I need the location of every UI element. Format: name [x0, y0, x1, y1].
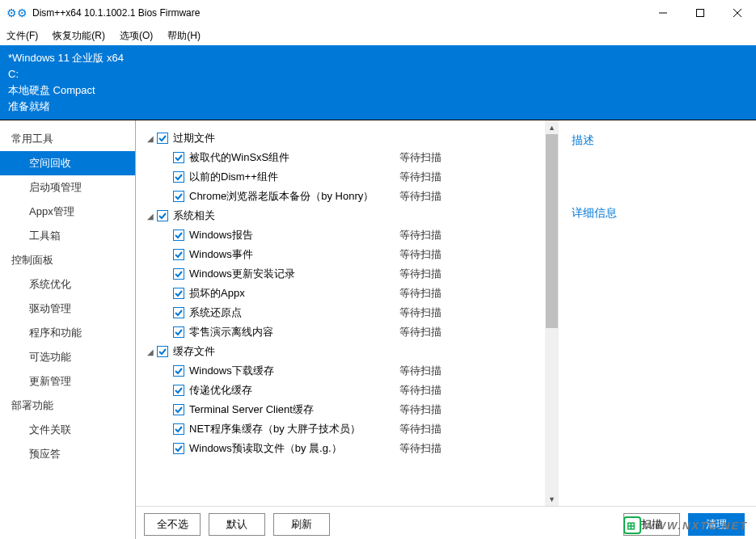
checkbox-icon[interactable] — [173, 288, 184, 299]
checkbox-icon[interactable] — [173, 423, 184, 435]
list-item[interactable]: 损坏的Appx等待扫描 — [144, 284, 545, 303]
sidebar-item[interactable]: 可选功能 — [0, 345, 135, 369]
item-label: Windows预读取文件（by 晨.g.） — [189, 441, 399, 456]
sidebar-item[interactable]: 更新管理 — [0, 369, 135, 394]
list-item[interactable]: 以前的Dism++组件等待扫描 — [144, 167, 545, 187]
list-item[interactable]: NET程序集缓存（by 大胖子技术员）等待扫描 — [144, 419, 545, 439]
close-button[interactable] — [719, 0, 756, 26]
select-none-button[interactable]: 全不选 — [144, 513, 201, 536]
list-item[interactable]: 零售演示离线内容等待扫描 — [144, 322, 545, 342]
item-label: 系统还原点 — [189, 305, 399, 320]
item-status: 等待扫描 — [399, 383, 545, 398]
item-label: NET程序集缓存（by 大胖子技术员） — [189, 422, 399, 436]
checkbox-icon[interactable] — [173, 229, 184, 241]
item-status: 等待扫描 — [399, 150, 545, 165]
list-item[interactable]: Windows更新安装记录等待扫描 — [144, 264, 545, 284]
maximize-button[interactable] — [682, 0, 719, 26]
checkbox-icon[interactable] — [173, 365, 184, 377]
list-item[interactable]: 被取代的WinSxS组件等待扫描 — [144, 148, 545, 167]
list-item[interactable]: Windows报告等待扫描 — [144, 225, 545, 245]
group-label: 过期文件 — [173, 131, 215, 145]
item-status: 等待扫描 — [399, 402, 545, 417]
menu-help[interactable]: 帮助(H) — [167, 29, 201, 43]
sidebar-header: 部署功能 — [0, 394, 135, 418]
sidebar: 常用工具空间回收启动项管理Appx管理工具箱控制面板系统优化驱动管理程序和功能可… — [0, 120, 136, 539]
banner-status: 准备就绪 — [8, 99, 748, 115]
checkbox-icon[interactable] — [157, 346, 168, 357]
checkbox-icon[interactable] — [173, 307, 184, 318]
list-item[interactable]: Terminal Server Client缓存等待扫描 — [144, 400, 545, 419]
content-pane: ◢过期文件被取代的WinSxS组件等待扫描以前的Dism++组件等待扫描Chro… — [136, 120, 756, 539]
minimize-button[interactable] — [644, 0, 682, 26]
item-label: 传递优化缓存 — [189, 383, 399, 398]
checkbox-icon[interactable] — [173, 249, 184, 260]
menu-options[interactable]: 选项(O) — [120, 29, 153, 43]
scrollbar-vertical[interactable]: ▲ ▼ — [545, 120, 559, 506]
scroll-area: ◢过期文件被取代的WinSxS组件等待扫描以前的Dism++组件等待扫描Chro… — [136, 120, 756, 506]
info-banner: *Windows 11 企业版 x64 C: 本地硬盘 Compact 准备就绪 — [0, 45, 756, 120]
group-row[interactable]: ◢缓存文件 — [144, 342, 545, 361]
list-item[interactable]: Windows预读取文件（by 晨.g.）等待扫描 — [144, 439, 545, 458]
sidebar-header: 控制面板 — [0, 248, 135, 272]
description-header: 描述 — [572, 128, 743, 153]
scrollbar-thumb[interactable] — [546, 134, 558, 328]
expand-icon[interactable]: ◢ — [144, 134, 157, 143]
item-status: 等待扫描 — [399, 170, 545, 184]
window-title: Dism++x64 10.1.1002.1 Bios Firmware — [32, 7, 644, 19]
list-item[interactable]: 传递优化缓存等待扫描 — [144, 381, 545, 400]
group-label: 缓存文件 — [173, 344, 215, 359]
watermark-icon: ⊞ — [623, 516, 641, 534]
item-label: Windows报告 — [189, 228, 399, 242]
item-label: Windows下载缓存 — [189, 364, 399, 378]
item-label: 被取代的WinSxS组件 — [189, 150, 399, 165]
expand-icon[interactable]: ◢ — [144, 212, 157, 221]
item-status: 等待扫描 — [399, 286, 545, 301]
banner-disk: 本地硬盘 Compact — [8, 82, 748, 99]
item-status: 等待扫描 — [399, 305, 545, 320]
sidebar-item[interactable]: 预应答 — [0, 442, 135, 466]
banner-drive: C: — [8, 66, 748, 82]
group-row[interactable]: ◢系统相关 — [144, 206, 545, 225]
scroll-up-arrow[interactable]: ▲ — [545, 120, 559, 134]
list-item[interactable]: Windows下载缓存等待扫描 — [144, 361, 545, 381]
detail-link[interactable]: 详细信息 — [572, 201, 743, 225]
checkbox-icon[interactable] — [173, 385, 184, 396]
list-item[interactable]: Windows事件等待扫描 — [144, 245, 545, 264]
list-item[interactable]: 系统还原点等待扫描 — [144, 303, 545, 322]
right-panel: 描述 详细信息 — [559, 120, 756, 506]
sidebar-item[interactable]: 空间回收 — [0, 151, 135, 175]
checkbox-icon[interactable] — [173, 191, 184, 202]
checkbox-icon[interactable] — [157, 133, 168, 144]
checkbox-icon[interactable] — [173, 404, 184, 415]
checkbox-icon[interactable] — [173, 268, 184, 280]
sidebar-item[interactable]: Appx管理 — [0, 200, 135, 224]
item-label: Chrome浏览器老版本备份（by Honry） — [189, 189, 399, 204]
expand-icon[interactable]: ◢ — [144, 347, 157, 356]
checkbox-icon[interactable] — [173, 326, 184, 338]
menu-file[interactable]: 文件(F) — [6, 29, 38, 43]
menu-recovery[interactable]: 恢复功能(R) — [53, 29, 105, 43]
sidebar-item[interactable]: 启动项管理 — [0, 175, 135, 200]
default-button[interactable]: 默认 — [209, 513, 265, 536]
group-row[interactable]: ◢过期文件 — [144, 128, 545, 148]
item-status: 等待扫描 — [399, 267, 545, 281]
item-status: 等待扫描 — [399, 247, 545, 262]
menubar: 文件(F) 恢复功能(R) 选项(O) 帮助(H) — [0, 26, 756, 45]
sidebar-item[interactable]: 文件关联 — [0, 418, 135, 442]
item-label: 损坏的Appx — [189, 286, 399, 301]
refresh-button[interactable]: 刷新 — [273, 513, 330, 536]
item-label: Windows事件 — [189, 247, 399, 262]
scroll-down-arrow[interactable]: ▼ — [545, 492, 559, 506]
checkbox-icon[interactable] — [157, 210, 168, 221]
app-icon: ⚙⚙ — [6, 6, 27, 19]
list-item[interactable]: Chrome浏览器老版本备份（by Honry）等待扫描 — [144, 187, 545, 206]
checkbox-icon[interactable] — [173, 443, 184, 454]
checkbox-icon[interactable] — [173, 171, 184, 183]
sidebar-item[interactable]: 驱动管理 — [0, 297, 135, 321]
banner-os: *Windows 11 企业版 x64 — [8, 50, 748, 66]
sidebar-item[interactable]: 工具箱 — [0, 224, 135, 248]
checkbox-icon[interactable] — [173, 152, 184, 163]
watermark: ⊞WWW.NXTC.NET — [623, 516, 748, 534]
sidebar-item[interactable]: 程序和功能 — [0, 321, 135, 345]
sidebar-item[interactable]: 系统优化 — [0, 272, 135, 297]
